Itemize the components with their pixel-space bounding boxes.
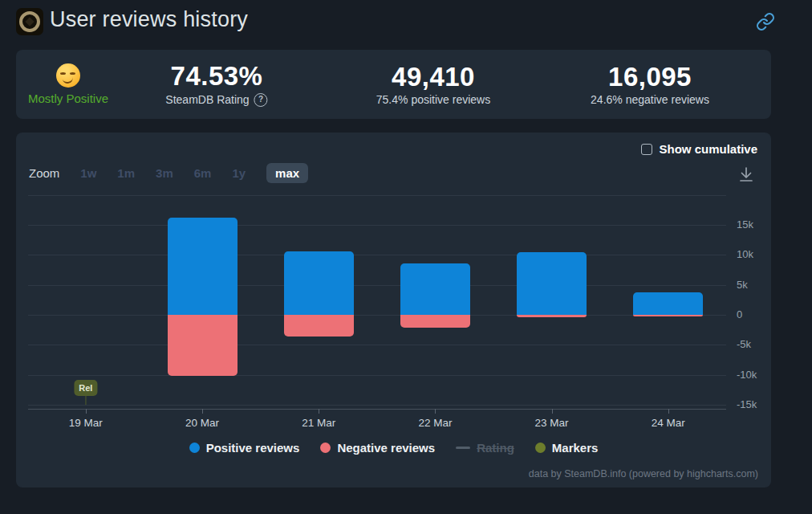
positive-reviews-bar[interactable] [400, 263, 470, 315]
negative-reviews-bar[interactable] [284, 315, 354, 337]
review-summary-panel: Mostly Positive 74.53% SteamDB Rating ? … [16, 50, 771, 119]
smirking-face-emoji [56, 63, 80, 88]
y-axis-label: 10k [737, 248, 753, 261]
x-axis-label: 19 Mar [58, 417, 114, 429]
positive-reviews-stat: 49,410 75.4% positive reviews [376, 50, 490, 119]
gridline [28, 315, 726, 316]
x-axis-label: 22 Mar [407, 417, 463, 429]
permalink-icon[interactable] [756, 12, 775, 31]
legend-marker [189, 443, 200, 453]
x-axis-label: 20 Mar [174, 417, 230, 429]
positive-reviews-bar[interactable] [517, 252, 587, 315]
emoji-eye [70, 72, 75, 75]
x-axis-label: 24 Mar [640, 417, 696, 429]
x-axis-line [28, 409, 726, 410]
x-axis-tick [552, 409, 553, 414]
y-axis-label: -10k [737, 369, 757, 381]
steamdb-rating-label: SteamDB Rating [165, 94, 249, 105]
gridline [28, 375, 726, 376]
legend-item-positive-reviews[interactable]: Positive reviews [189, 441, 300, 455]
chart-credits: data by SteamDB.info (powered by highcha… [529, 468, 758, 479]
negative-reviews-count: 16,095 [608, 63, 692, 90]
x-axis-tick [435, 409, 436, 414]
gridline [28, 345, 726, 345]
positive-reviews-count: 49,410 [392, 63, 475, 90]
chart-plot-area: Rel 15k10k5k0-5k-10k-15k19 Mar20 Mar21 M… [16, 133, 771, 487]
positive-reviews-bar[interactable] [284, 251, 354, 315]
steamdb-user-reviews-page: User reviews history Mostly Positive 74.… [0, 0, 812, 514]
emoji-mouth [62, 75, 73, 84]
positive-reviews-label: 75.4% positive reviews [376, 94, 490, 105]
x-axis-tick [668, 409, 669, 414]
steamdb-rating-value: 74.53% [171, 63, 263, 89]
steamdb-rating-stat: 74.53% SteamDB Rating ? [165, 50, 267, 119]
gridline [28, 285, 726, 286]
y-axis-label: 15k [737, 218, 753, 231]
legend-label: Rating [477, 441, 514, 455]
x-axis-tick [86, 409, 87, 414]
reviews-chart-panel: Show cumulative Zoom 1w1m3m6m1ymax Rel 1… [16, 133, 771, 487]
x-axis-tick [319, 409, 319, 414]
positive-reviews-bar[interactable] [168, 218, 238, 315]
negative-reviews-bar[interactable] [168, 315, 238, 376]
negative-reviews-bar[interactable] [633, 315, 703, 316]
legend-label: Positive reviews [206, 441, 300, 455]
chart-legend: Positive reviewsNegative reviewsRatingMa… [16, 441, 771, 455]
y-axis-label: 5k [737, 279, 748, 292]
question-circle-icon[interactable]: ? [254, 93, 268, 107]
x-axis-tick [202, 409, 203, 414]
legend-marker [535, 443, 546, 453]
y-axis-label: -5k [737, 338, 751, 351]
legend-marker [456, 447, 470, 449]
sentiment-label: Mostly Positive [28, 92, 108, 105]
gridline [28, 255, 726, 255]
negative-reviews-bar[interactable] [400, 315, 470, 328]
y-axis-label: 0 [737, 308, 742, 321]
legend-label: Negative reviews [337, 441, 435, 455]
legend-label: Markers [552, 441, 599, 455]
legend-marker [320, 443, 331, 453]
negative-reviews-stat: 16,095 24.6% negative reviews [591, 50, 709, 119]
legend-item-markers[interactable]: Markers [535, 441, 599, 455]
negative-reviews-bar[interactable] [517, 315, 587, 317]
y-axis-label: -15k [737, 398, 757, 411]
positive-reviews-bar[interactable] [633, 292, 703, 315]
legend-item-negative-reviews[interactable]: Negative reviews [320, 441, 435, 455]
emoji-eye [60, 72, 66, 75]
gridline [28, 195, 726, 196]
sentiment-stat: Mostly Positive [28, 50, 108, 119]
gridline [28, 225, 726, 226]
negative-reviews-label: 24.6% negative reviews [591, 94, 709, 105]
x-axis-label: 21 Mar [290, 417, 347, 429]
x-axis-label: 23 Mar [524, 417, 580, 429]
gridline [28, 405, 726, 406]
legend-item-rating[interactable]: Rating [456, 441, 514, 455]
game-icon [16, 8, 43, 35]
release-marker-badge[interactable]: Rel [74, 380, 97, 396]
page-title: User reviews history [50, 7, 248, 32]
release-marker[interactable]: Rel [74, 380, 97, 406]
